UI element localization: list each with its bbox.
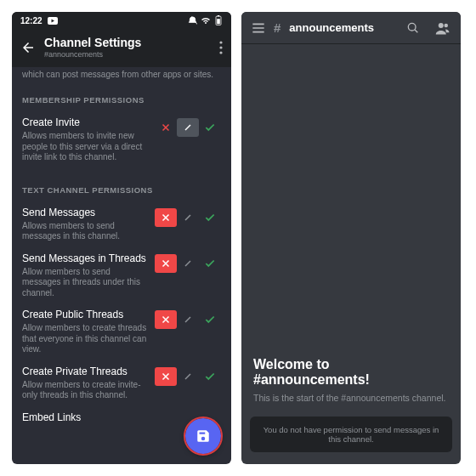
back-arrow-icon[interactable] [20, 40, 36, 55]
wifi-icon [201, 16, 211, 25]
svg-point-5 [219, 46, 222, 48]
save-fab[interactable] [185, 418, 221, 454]
perm-desc: Allow members to send messages in thread… [22, 267, 148, 299]
members-icon[interactable] [435, 21, 450, 35]
perm-deny-button[interactable] [155, 367, 177, 386]
channel-body: Welcome to #announcements! This is the s… [241, 44, 461, 416]
locked-message-text: You do not have permission to send messa… [264, 425, 439, 444]
channel-name: announcements [289, 21, 374, 34]
perm-toggle [155, 367, 221, 386]
perm-title: Send Messages [22, 207, 148, 218]
svg-rect-2 [217, 19, 220, 24]
svg-point-9 [445, 23, 449, 27]
perm-desc: Allows members to send messages in this … [22, 221, 148, 242]
header-titles: Channel Settings #announcements [44, 36, 141, 59]
perm-neutral-button[interactable] [177, 367, 199, 386]
perm-row-create-invite: Create Invite Allows members to invite n… [22, 113, 221, 170]
right-phone: # announcements Welcome to #announcement… [241, 12, 461, 464]
section-text-heading: TEXT CHANNEL PERMISSIONS [22, 185, 221, 195]
perm-allow-button[interactable] [199, 118, 221, 137]
perm-row-create-private-threads: Create Private Threads Allow members to … [22, 362, 221, 408]
save-icon [196, 428, 211, 444]
perm-neutral-button[interactable] [177, 310, 199, 329]
locked-message-bar: You do not have permission to send messa… [250, 416, 452, 452]
welcome-sub: This is the start of the #announcements … [253, 393, 449, 403]
welcome-heading: Welcome to #announcements! [253, 357, 449, 388]
perm-neutral-button[interactable] [177, 118, 199, 137]
youtube-icon [48, 17, 58, 25]
search-icon[interactable] [406, 21, 420, 35]
status-bar: 12:22 [12, 12, 231, 29]
perm-toggle [155, 208, 221, 227]
perm-title: Create Private Threads [22, 366, 148, 377]
perm-row-create-public-threads: Create Public Threads Allow members to c… [22, 305, 221, 362]
settings-scroll[interactable]: which can post messages from other apps … [12, 67, 231, 464]
svg-point-6 [219, 51, 222, 54]
svg-point-7 [408, 23, 416, 31]
status-time: 12:22 [20, 16, 42, 26]
svg-point-8 [439, 23, 444, 28]
perm-allow-button[interactable] [199, 367, 221, 386]
perm-title: Embed Links [22, 411, 214, 423]
battery-icon [214, 15, 223, 26]
perm-neutral-button[interactable] [177, 254, 199, 273]
perm-title: Create Public Threads [22, 309, 148, 320]
perm-neutral-button[interactable] [177, 208, 199, 227]
perm-deny-button[interactable] [155, 208, 177, 227]
settings-header: Channel Settings #announcements [12, 29, 231, 67]
perm-row-send-messages-threads: Send Messages in Threads Allow members t… [22, 249, 221, 306]
perm-toggle [155, 254, 221, 273]
page-title: Channel Settings [44, 36, 141, 49]
perm-deny-button[interactable] [155, 254, 177, 273]
perm-row-send-messages: Send Messages Allows members to send mes… [22, 203, 221, 249]
left-phone: 12:22 Channel Settings #announcements [12, 12, 231, 464]
perm-deny-button[interactable] [155, 310, 177, 329]
perm-desc: Allows members to invite new people to t… [22, 131, 148, 163]
truncated-lead: which can post messages from other apps … [22, 69, 221, 80]
svg-rect-3 [218, 15, 219, 16]
section-membership-heading: MEMBERSHIP PERMISSIONS [22, 95, 221, 105]
perm-toggle [155, 310, 221, 329]
perm-deny-button[interactable] [155, 118, 177, 137]
perm-desc: Allow members to create threads that eve… [22, 323, 148, 355]
perm-allow-button[interactable] [199, 208, 221, 227]
more-icon[interactable] [219, 41, 223, 54]
perm-desc: Allow members to create invite-only thre… [22, 380, 148, 401]
svg-point-4 [219, 41, 222, 43]
menu-icon[interactable] [252, 23, 265, 33]
perm-allow-button[interactable] [199, 310, 221, 329]
perm-title: Send Messages in Threads [22, 252, 148, 264]
hash-icon: # [274, 20, 280, 35]
channel-header: # announcements [241, 12, 461, 44]
perm-allow-button[interactable] [199, 254, 221, 273]
page-subtitle: #announcements [44, 50, 141, 59]
perm-title: Create Invite [22, 116, 148, 128]
dnd-icon [188, 16, 197, 26]
perm-toggle [155, 118, 221, 137]
